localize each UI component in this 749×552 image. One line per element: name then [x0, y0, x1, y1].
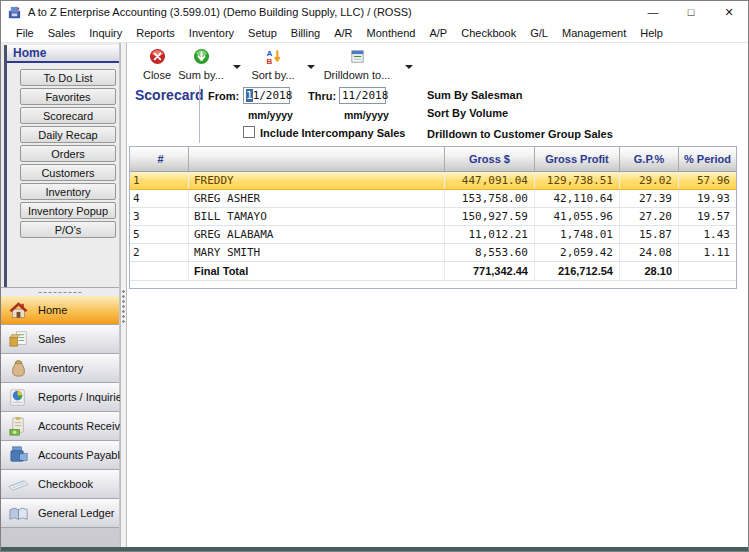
menu-item-gl[interactable]: G/L: [523, 25, 555, 41]
menu-item-monthend[interactable]: Monthend: [360, 25, 423, 41]
table-row[interactable]: 3 BILL TAMAYO 150,927.59 41,055.96 27.20…: [130, 208, 736, 226]
cell-num: 3: [130, 208, 189, 225]
nav-item-label: Sales: [38, 333, 66, 345]
drilldown-info: Drilldown to Customer Group Sales: [427, 128, 613, 140]
nav-item-sales[interactable]: Sales: [1, 325, 119, 354]
cell-name: FREDDY: [189, 172, 445, 189]
table-row[interactable]: 2 MARY SMITH 8,553.60 2,059.42 24.08 1.1…: [130, 244, 736, 262]
sidebar-button-orders[interactable]: Orders: [20, 145, 116, 162]
menu-item-ar[interactable]: A/R: [327, 25, 359, 41]
sidebar-button-customers[interactable]: Customers: [20, 164, 116, 181]
header-num[interactable]: #: [130, 147, 189, 171]
nav-item-label: Home: [38, 304, 67, 316]
cell-num: 5: [130, 226, 189, 243]
sidebar-button-todo-list[interactable]: To Do List: [20, 69, 116, 86]
sum-by-button[interactable]: Sum by...: [175, 48, 227, 81]
nav-item-inventory[interactable]: Inventory: [1, 354, 119, 383]
total-period: [679, 262, 736, 280]
app-window: A to Z Enterprise Accounting (3.599.01) …: [0, 0, 749, 552]
home-icon: [7, 299, 30, 322]
sort-by-dropdown-arrow[interactable]: [307, 65, 315, 69]
cell-period: 1.43: [679, 226, 736, 243]
menu-item-ap[interactable]: A/P: [422, 25, 454, 41]
nav-item-accounts-receivable[interactable]: Accounts Receivable: [1, 412, 119, 441]
menu-item-reports[interactable]: Reports: [129, 25, 182, 41]
window-title: A to Z Enterprise Accounting (3.599.01) …: [28, 6, 412, 18]
sidebar-button-pos[interactable]: P/O's: [20, 221, 116, 238]
header-name[interactable]: [189, 147, 445, 171]
scorecard-grid: # Gross $ Gross Profit G.P.% % Period 1 …: [129, 146, 737, 289]
main-content: Close Sum by... AB Sort by... Drilldown …: [127, 43, 749, 547]
close-window-button[interactable]: ✕: [710, 1, 748, 23]
table-row[interactable]: 4 GREG ASHER 153,758.00 42,110.64 27.39 …: [130, 190, 736, 208]
sidebar-button-favorites[interactable]: Favorites: [20, 88, 116, 105]
minimize-button[interactable]: —: [634, 1, 672, 23]
header-gp[interactable]: G.P.%: [620, 147, 679, 171]
divider: [199, 85, 200, 143]
sidebar-button-daily-recap[interactable]: Daily Recap: [20, 126, 116, 143]
menu-item-billing[interactable]: Billing: [284, 25, 327, 41]
total-spacer: [130, 262, 189, 280]
home-panel: Home To Do List Favorites Scorecard Dail…: [4, 45, 119, 287]
scorecard-title: Scorecard: [135, 87, 203, 103]
cell-gp: 24.08: [620, 244, 679, 261]
menu-item-inquiry[interactable]: Inquiry: [82, 25, 129, 41]
cell-gp: 27.20: [620, 208, 679, 225]
cell-gp: 27.39: [620, 190, 679, 207]
drilldown-dropdown-arrow[interactable]: [405, 65, 413, 69]
bottom-status-strip: [1, 547, 748, 552]
menu-item-file[interactable]: File: [9, 25, 41, 41]
from-date-mask: mm/yyyy: [248, 109, 293, 121]
header-gross[interactable]: Gross $: [445, 147, 535, 171]
check-icon: [7, 473, 30, 496]
include-intercompany-label: Include Intercompany Sales: [260, 127, 406, 139]
from-date-selected-text: 1: [246, 89, 253, 102]
menu-item-sales[interactable]: Sales: [41, 25, 83, 41]
header-period[interactable]: % Period: [679, 147, 736, 171]
thru-label: Thru:: [308, 90, 336, 102]
sidebar-button-scorecard[interactable]: Scorecard: [20, 107, 116, 124]
cell-name: GREG ALABAMA: [189, 226, 445, 243]
menu-item-setup[interactable]: Setup: [241, 25, 284, 41]
sort-by-info: Sort By Volume: [427, 107, 508, 119]
menu-item-management[interactable]: Management: [555, 25, 633, 41]
menu-item-help[interactable]: Help: [633, 25, 670, 41]
title-bar: A to Z Enterprise Accounting (3.599.01) …: [1, 1, 748, 23]
menu-item-inventory[interactable]: Inventory: [182, 25, 241, 41]
sum-by-dropdown-arrow[interactable]: [233, 65, 241, 69]
drilldown-button[interactable]: Drilldown to...: [319, 48, 395, 81]
nav-item-home[interactable]: Home: [1, 296, 119, 325]
cell-name: BILL TAMAYO: [189, 208, 445, 225]
table-row[interactable]: 1 FREDDY 447,091.04 129,738.51 29.02 57.…: [130, 172, 736, 190]
app-icon: [7, 5, 22, 20]
thru-date-text: 11/2018: [342, 89, 388, 102]
thru-date-mask: mm/yyyy: [344, 109, 389, 121]
nav-item-general-ledger[interactable]: General Ledger: [1, 499, 119, 528]
maximize-button[interactable]: □: [672, 1, 710, 23]
from-date-input[interactable]: 11/2018: [243, 87, 290, 104]
sidebar-button-inventory-popup[interactable]: Inventory Popup: [20, 202, 116, 219]
menu-item-checkbook[interactable]: Checkbook: [454, 25, 523, 41]
nav-item-reports-inquiries[interactable]: Reports / Inquiries: [1, 383, 119, 412]
sort-by-icon: AB: [265, 48, 282, 67]
sidebar-button-inventory[interactable]: Inventory: [20, 183, 116, 200]
nav-item-accounts-payable[interactable]: Accounts Payable: [1, 441, 119, 470]
header-profit[interactable]: Gross Profit: [535, 147, 620, 171]
sidebar-splitter[interactable]: [120, 43, 127, 547]
total-label: Final Total: [189, 262, 445, 280]
close-button[interactable]: Close: [137, 48, 177, 81]
table-row[interactable]: 5 GREG ALABAMA 11,012.21 1,748.01 15.87 …: [130, 226, 736, 244]
sack-icon: [7, 357, 30, 380]
cell-num: 4: [130, 190, 189, 207]
splitter-drag-handle[interactable]: [122, 289, 125, 323]
nav-pane: Home Sales Inventory Reports / Inquiries: [1, 287, 119, 547]
total-gross: 771,342.44: [445, 262, 535, 280]
cell-gross: 153,758.00: [445, 190, 535, 207]
grid-header-row: # Gross $ Gross Profit G.P.% % Period: [130, 147, 736, 172]
cell-profit: 2,059.42: [535, 244, 620, 261]
thru-date-input[interactable]: 11/2018: [339, 87, 386, 104]
include-intercompany-checkbox[interactable]: [243, 126, 255, 138]
nav-item-checkbook[interactable]: Checkbook: [1, 470, 119, 499]
sort-by-button[interactable]: AB Sort by...: [245, 48, 301, 81]
nav-pane-drag-handle[interactable]: [37, 290, 83, 295]
